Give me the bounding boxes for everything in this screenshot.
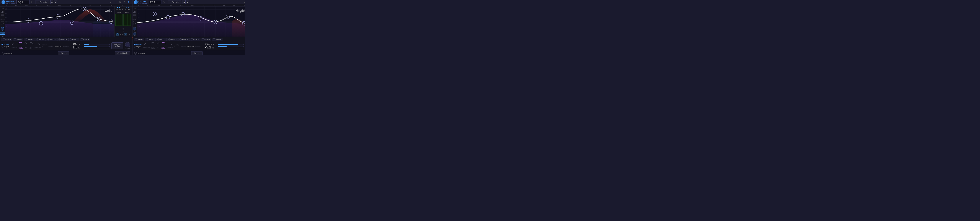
highpass-shape-left[interactable]	[11, 42, 16, 46]
io-knob-left[interactable]	[116, 33, 119, 36]
analog-digital-right: Analog Digital	[134, 43, 142, 48]
frequency-val-right: 10.8	[205, 42, 210, 46]
io-up-arrow2-left: ▲	[128, 7, 129, 8]
band-tab-8-right[interactable]: i Band 8	[212, 38, 222, 41]
gain-slider-right[interactable]	[218, 46, 244, 47]
band-tab-1-left[interactable]: i Band 1	[2, 38, 12, 41]
eq-name-input-left[interactable]	[16, 0, 30, 4]
redo-icon-left[interactable]: ↪	[114, 0, 117, 4]
band-tab-5-right[interactable]: i Band 5	[178, 38, 189, 41]
eq-name-input-right[interactable]	[149, 0, 162, 4]
lowpass-shape-right[interactable]	[168, 42, 173, 46]
undo-icon-right[interactable]: ↩	[243, 0, 245, 4]
band-tab-6-left[interactable]: i Band 6	[57, 38, 68, 41]
stereo-link-icon-left[interactable]: ○	[1, 27, 4, 30]
peak-label-left: Peak	[118, 12, 121, 13]
svg-text:3: 3	[57, 15, 58, 18]
band-info-6: i	[59, 38, 61, 40]
band-tab-4-left[interactable]: i Band 4	[35, 38, 46, 41]
matching-btn-left[interactable]: i Matching	[2, 52, 12, 55]
presets-button-right[interactable]: ≡ Presets	[168, 0, 181, 4]
eq-canvas-left[interactable]: Left 20 40 60 80 100 2 2 2	[5, 6, 114, 37]
gain-slider-left[interactable]	[84, 46, 110, 47]
lines-icon-left[interactable]	[1, 14, 4, 16]
band-info-r-1: i	[135, 38, 137, 40]
analog-option-right[interactable]: Analog	[134, 43, 142, 46]
lowshelf-shape-right[interactable]	[150, 42, 154, 46]
ozone-logo-right: OZONE ADVANCED	[134, 0, 148, 4]
left-link-icon-right[interactable]: ○	[133, 32, 136, 36]
nav-prev-left[interactable]: ◀	[50, 0, 53, 4]
io-val-left: -inf -inf	[116, 8, 121, 10]
highshelf-shape-right[interactable]	[162, 42, 167, 46]
phase-knob-left[interactable]	[125, 42, 130, 47]
svg-text:2: 2	[41, 22, 41, 25]
io-bottom-controls: 0.0 ⛓ 0.0	[115, 32, 132, 37]
band-tab-7-right[interactable]: i Band 7	[200, 38, 211, 41]
band-tabs-right: i Band 1 i Band 2 i Band 3 i Band 4 i	[134, 38, 245, 41]
stereo-link-icon-right[interactable]: ○	[133, 27, 136, 30]
band-tab-3-left[interactable]: i Band 3	[24, 38, 35, 41]
waveform-icon-right[interactable]	[133, 7, 136, 9]
help-icon-left[interactable]: ?	[123, 0, 126, 4]
eq-canvas-right[interactable]: Right 20 40 60 80 100	[137, 6, 245, 37]
edit-icon-left[interactable]: ✎	[31, 1, 32, 3]
io-link-btn[interactable]: ⛓	[124, 33, 127, 35]
freq-slider-left[interactable]	[84, 44, 110, 46]
bypass-btn-right[interactable]: Bypass	[191, 51, 202, 55]
logo-icon-left	[2, 0, 5, 4]
band-tab-6-right[interactable]: i Band 6	[189, 38, 200, 41]
action-row-left: i Matching Bypass Gain Match	[0, 50, 132, 55]
gain-unit-left: dB	[78, 47, 80, 49]
freq-gain-right: 10.8 kHz -5.1 dB	[205, 42, 214, 49]
waveform-icon-left[interactable]	[1, 7, 4, 9]
band-tab-1-right[interactable]: i Band 1	[134, 38, 145, 41]
digital-option-right[interactable]: Digital	[134, 46, 142, 48]
gain-match-btn-left[interactable]: Gain Match	[115, 51, 130, 55]
header-icons-left: ↩ ↪ ⚙ ? ❄	[110, 0, 130, 4]
svg-text:6: 6	[98, 18, 99, 21]
eq-svg-right: 1 2 3 4 5 7	[137, 6, 245, 37]
freq-slider-right[interactable]	[218, 44, 244, 46]
highpass-shape-right[interactable]	[143, 42, 148, 46]
lines-icon-right[interactable]	[133, 14, 136, 16]
band-info-5: i	[47, 38, 49, 40]
action-row-right: i Matching Bypass Gain Match	[132, 50, 245, 55]
analog-option-left[interactable]: Analog	[2, 43, 10, 46]
highshelf-shape-left[interactable]	[29, 42, 35, 46]
band-tab-3-right[interactable]: i Band 3	[156, 38, 167, 41]
filter-shapes-left	[11, 42, 41, 46]
gain-val-right: -5.1	[205, 46, 211, 49]
io-header-left: ▼ ▼ -inf -inf I / O ▲ ▲ -inf -inf	[115, 6, 132, 11]
style-labels-left: Analog I Vintage Baxandall Resonant	[42, 44, 69, 47]
nav-next-left[interactable]: ▶	[54, 0, 57, 4]
digital-option-left[interactable]: Digital	[2, 46, 10, 48]
band-tab-2-right[interactable]: i Band 2	[145, 38, 156, 41]
band-tab-2-left[interactable]: i Band 2	[13, 38, 23, 41]
spectrum-icon-left[interactable]	[1, 11, 4, 13]
lowpass-shape-left[interactable]	[35, 42, 41, 46]
freeze-icon-left[interactable]: ❄	[127, 0, 130, 4]
band-tab-8-left[interactable]: i Band 8	[80, 38, 90, 41]
surgical-btn-left[interactable]: Surgical Mode	[111, 43, 123, 49]
spectrum-icon-right[interactable]	[133, 11, 136, 13]
left-channel-btn[interactable]: Left	[0, 32, 5, 35]
band-tab-4-right[interactable]: i Band 4	[167, 38, 178, 41]
svg-text:2: 2	[154, 13, 155, 15]
band-tab-7-left[interactable]: i Band 7	[68, 38, 79, 41]
svg-rect-2	[1, 12, 2, 13]
presets-button-left[interactable]: ≡ Presets	[35, 0, 49, 4]
settings-icon-left[interactable]: ⚙	[118, 0, 122, 4]
bell-shape-left[interactable]	[23, 42, 29, 46]
nav-prev-right[interactable]: ◀	[183, 0, 186, 4]
edit-icon-right[interactable]: ✎	[163, 1, 165, 3]
gain-unit-right: dB	[212, 47, 214, 49]
bypass-btn-left[interactable]: Bypass	[58, 51, 69, 55]
undo-icon-left[interactable]: ↩	[110, 0, 113, 4]
nav-next-right[interactable]: ▶	[186, 0, 189, 4]
matching-btn-right[interactable]: i Matching	[134, 52, 145, 55]
band-tab-5-left[interactable]: i Band 5	[46, 38, 57, 41]
gain-val-left: 1.8	[73, 46, 77, 49]
lowshelf-shape-left[interactable]	[17, 42, 22, 46]
bell-shape-right[interactable]	[156, 42, 161, 46]
